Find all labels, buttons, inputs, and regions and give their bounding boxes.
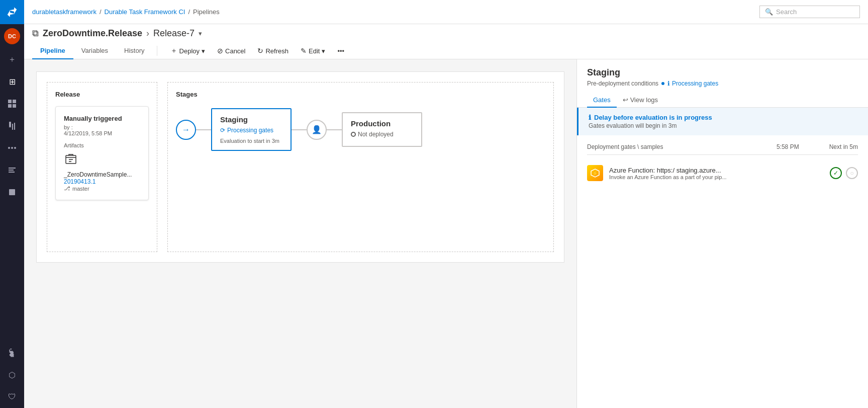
production-gate-icon: 👤 bbox=[312, 125, 322, 134]
gates-section: Deployment gates \ samples 5:58 PM Next … bbox=[577, 135, 868, 193]
gates-header-cols: 5:58 PM Next in 5m bbox=[777, 143, 858, 150]
panel-tab-view-logs[interactable]: ↩ View logs bbox=[617, 93, 664, 108]
pipeline-name: ZeroDowntime.Release bbox=[43, 28, 142, 39]
branch-icon: ⎇ bbox=[64, 185, 70, 192]
production-status-dot bbox=[351, 132, 356, 137]
panel-subtitle-separator bbox=[661, 82, 664, 85]
info-banner: ℹ Delay before evaluation is in progress… bbox=[577, 108, 868, 135]
tab-pipeline[interactable]: Pipeline bbox=[32, 43, 73, 59]
edit-button[interactable]: ✎ Edit ▾ bbox=[296, 45, 330, 57]
security-shield-icon[interactable]: 🛡 bbox=[0, 386, 24, 408]
trigger-by: by : bbox=[64, 124, 140, 130]
content-area: Release Manually triggered by : 4/12/201… bbox=[24, 59, 868, 408]
gates-next-label: Next in 5m bbox=[829, 143, 858, 150]
view-logs-icon: ↩ bbox=[623, 96, 628, 104]
user-avatar[interactable]: DC bbox=[4, 28, 20, 44]
staging-stage-name: Staging bbox=[220, 115, 282, 124]
gate-row: ⚡ Azure Function: https:/ staging.azure.… bbox=[587, 161, 858, 185]
pipeline-title-icon: ⧉ bbox=[32, 28, 39, 39]
gates-section-label: Deployment gates \ samples bbox=[587, 143, 663, 150]
svg-point-6 bbox=[14, 147, 16, 149]
panel-tabs: Gates ↩ View logs bbox=[587, 93, 858, 107]
svg-rect-2 bbox=[8, 104, 12, 108]
release-name: Release-7 bbox=[153, 28, 195, 39]
svg-point-4 bbox=[8, 147, 10, 149]
production-stage-name: Production bbox=[351, 119, 413, 128]
page-tabs: Pipeline Variables History ＋ Deploy ▾ ⊘ … bbox=[32, 43, 860, 59]
artifacts-nav-icon[interactable] bbox=[0, 181, 24, 203]
gates-time-label: 5:58 PM bbox=[777, 143, 799, 150]
cancel-button[interactable]: ⊘ Cancel bbox=[212, 45, 250, 57]
right-panel-body: ℹ Delay before evaluation is in progress… bbox=[577, 108, 868, 408]
svg-point-5 bbox=[11, 147, 13, 149]
extensions-nav-icon[interactable]: ⬡ bbox=[0, 364, 24, 386]
staging-gate-node[interactable]: → bbox=[176, 120, 196, 140]
refresh-button[interactable]: ↻ Refresh bbox=[252, 45, 294, 57]
svg-rect-3 bbox=[13, 104, 16, 108]
add-icon[interactable]: ＋ bbox=[0, 48, 24, 70]
tab-variables[interactable]: Variables bbox=[73, 43, 116, 59]
tab-history[interactable]: History bbox=[116, 43, 152, 59]
svg-rect-7 bbox=[9, 189, 15, 195]
staging-status-icon: ⟳ bbox=[220, 127, 225, 134]
cancel-icon: ⊘ bbox=[217, 47, 223, 55]
release-dropdown-icon[interactable]: ▾ bbox=[199, 30, 202, 37]
gate-function-name: Azure Function: https:/ staging.azure... bbox=[609, 167, 824, 174]
tab-divider bbox=[157, 46, 157, 56]
staging-gate-icon: → bbox=[182, 125, 190, 134]
panel-title: Staging bbox=[587, 67, 858, 78]
pipelines-nav-icon[interactable] bbox=[0, 137, 24, 159]
staging-stage-status: ⟳ Processing gates bbox=[220, 127, 282, 134]
edit-dropdown-icon: ▾ bbox=[322, 47, 325, 55]
artifact-version[interactable]: 20190413.1 bbox=[64, 178, 140, 185]
info-banner-body: Gates evaluation will begin in 3m bbox=[589, 122, 858, 129]
gate-checks: ✓ ○ bbox=[830, 167, 858, 179]
more-options-button[interactable]: ••• bbox=[332, 45, 349, 57]
breadcrumb: durabletaskframework / Durable Task Fram… bbox=[32, 8, 220, 16]
info-icon: ℹ bbox=[589, 114, 591, 121]
panel-processing-status: ℹ Processing gates bbox=[667, 80, 718, 87]
svg-rect-0 bbox=[8, 100, 12, 103]
panel-tab-gates[interactable]: Gates bbox=[587, 93, 617, 108]
azure-devops-logo[interactable] bbox=[0, 0, 24, 24]
page-title-row: ⧉ ZeroDowntime.Release › Release-7 ▾ bbox=[32, 28, 860, 43]
refresh-icon: ↻ bbox=[257, 47, 263, 55]
boards-nav-icon[interactable] bbox=[0, 93, 24, 115]
stages-flow: → Staging ⟳ Processing gates Evaluation … bbox=[176, 108, 545, 151]
svg-rect-1 bbox=[13, 100, 16, 103]
overview-nav-icon[interactable]: ⊞ bbox=[0, 70, 24, 93]
artifacts-label: Artifacts bbox=[64, 142, 140, 148]
release-section: Release Manually triggered by : 4/12/201… bbox=[47, 82, 157, 252]
production-stage-status: Not deployed bbox=[351, 131, 413, 138]
org-link[interactable]: durabletaskframework bbox=[32, 8, 97, 16]
trigger-label: Manually triggered bbox=[64, 115, 140, 122]
repos-nav-icon[interactable] bbox=[0, 115, 24, 137]
search-bar[interactable]: 🔍 Search bbox=[759, 6, 860, 18]
connector-2 bbox=[292, 129, 307, 130]
ellipsis-icon: ••• bbox=[337, 47, 344, 55]
stages-section: Stages → Staging ⟳ Processing gates bbox=[167, 82, 554, 252]
production-stage-card[interactable]: Production Not deployed bbox=[342, 112, 422, 147]
trigger-date: 4/12/2019, 5:58 PM bbox=[64, 130, 140, 136]
search-icon: 🔍 bbox=[765, 8, 773, 16]
right-panel: Staging Pre-deployment conditions ℹ Proc… bbox=[576, 59, 868, 408]
staging-stage-card[interactable]: Staging ⟳ Processing gates Evaluation to… bbox=[211, 108, 292, 151]
toolbar: ＋ Deploy ▾ ⊘ Cancel ↻ Refresh ✎ Edit ▾ bbox=[165, 44, 350, 57]
svg-text:⚡: ⚡ bbox=[592, 170, 599, 177]
gate-function-info: Azure Function: https:/ staging.azure...… bbox=[609, 167, 824, 180]
page-header: ⧉ ZeroDowntime.Release › Release-7 ▾ Pip… bbox=[24, 24, 868, 59]
testplans-nav-icon[interactable] bbox=[0, 159, 24, 181]
left-navigation: DC ＋ ⊞ ⬡ 🛡 bbox=[0, 0, 24, 408]
production-gate-node[interactable]: 👤 bbox=[307, 120, 327, 140]
stages-section-title: Stages bbox=[176, 91, 545, 98]
section-label: Pipelines bbox=[193, 8, 220, 16]
gate-check-pass: ✓ bbox=[830, 167, 842, 179]
project-link[interactable]: Durable Task Framework CI bbox=[105, 8, 185, 16]
artifact-icon bbox=[64, 152, 140, 169]
deploy-button[interactable]: ＋ Deploy ▾ bbox=[165, 44, 210, 57]
deploy-dropdown-icon: ▾ bbox=[202, 47, 205, 55]
info-banner-title: ℹ Delay before evaluation is in progress bbox=[589, 114, 858, 121]
settings-nav-icon[interactable] bbox=[0, 342, 24, 364]
artifact-name: _ZeroDowntimeSample... bbox=[64, 171, 140, 178]
gate-check-pending: ○ bbox=[846, 167, 858, 179]
